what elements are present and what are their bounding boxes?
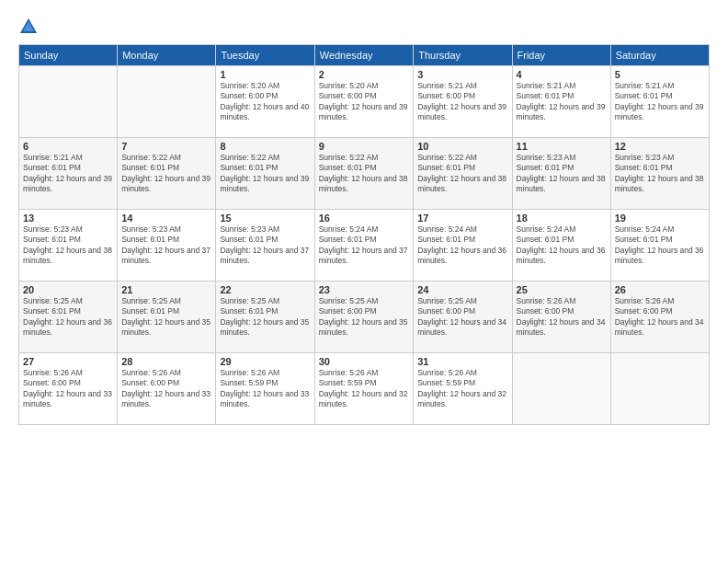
- day-number: 5: [615, 69, 705, 80]
- day-number: 28: [121, 356, 211, 367]
- calendar-cell: 10Sunrise: 5:22 AM Sunset: 6:01 PM Dayli…: [414, 138, 512, 210]
- calendar-cell: 4Sunrise: 5:21 AM Sunset: 6:01 PM Daylig…: [512, 66, 610, 138]
- weekday-thursday: Thursday: [414, 45, 512, 66]
- day-number: 26: [615, 284, 705, 295]
- day-info: Sunrise: 5:25 AM Sunset: 6:00 PM Dayligh…: [319, 296, 409, 339]
- day-info: Sunrise: 5:25 AM Sunset: 6:01 PM Dayligh…: [23, 296, 113, 339]
- day-number: 17: [417, 213, 507, 224]
- day-info: Sunrise: 5:22 AM Sunset: 6:01 PM Dayligh…: [220, 153, 310, 195]
- day-number: 2: [319, 69, 409, 80]
- calendar-cell: 30Sunrise: 5:26 AM Sunset: 5:59 PM Dayli…: [314, 353, 413, 425]
- day-number: 14: [121, 213, 211, 224]
- calendar-cell: 21Sunrise: 5:25 AM Sunset: 6:01 PM Dayli…: [118, 282, 216, 353]
- calendar-cell: 12Sunrise: 5:23 AM Sunset: 6:01 PM Dayli…: [610, 138, 709, 210]
- day-info: Sunrise: 5:22 AM Sunset: 6:01 PM Dayligh…: [121, 153, 211, 195]
- day-info: Sunrise: 5:21 AM Sunset: 6:01 PM Dayligh…: [517, 81, 607, 123]
- weekday-monday: Monday: [118, 45, 216, 66]
- day-info: Sunrise: 5:24 AM Sunset: 6:01 PM Dayligh…: [417, 224, 507, 267]
- day-info: Sunrise: 5:20 AM Sunset: 6:00 PM Dayligh…: [319, 81, 409, 123]
- day-info: Sunrise: 5:23 AM Sunset: 6:01 PM Dayligh…: [517, 153, 607, 195]
- day-number: 11: [517, 141, 607, 152]
- day-info: Sunrise: 5:21 AM Sunset: 6:01 PM Dayligh…: [615, 81, 705, 123]
- day-info: Sunrise: 5:26 AM Sunset: 6:00 PM Dayligh…: [23, 368, 113, 410]
- calendar-cell: 9Sunrise: 5:22 AM Sunset: 6:01 PM Daylig…: [314, 138, 413, 210]
- weekday-sunday: Sunday: [19, 45, 118, 66]
- day-number: 21: [121, 284, 211, 295]
- day-number: 7: [121, 141, 211, 152]
- day-info: Sunrise: 5:23 AM Sunset: 6:01 PM Dayligh…: [121, 224, 211, 267]
- day-number: 13: [23, 213, 113, 224]
- week-row-3: 13Sunrise: 5:23 AM Sunset: 6:01 PM Dayli…: [19, 210, 710, 282]
- weekday-saturday: Saturday: [610, 45, 709, 66]
- weekday-tuesday: Tuesday: [216, 45, 314, 66]
- calendar-cell: 11Sunrise: 5:23 AM Sunset: 6:01 PM Dayli…: [512, 138, 610, 210]
- day-number: 16: [319, 213, 409, 224]
- calendar-cell: 3Sunrise: 5:21 AM Sunset: 6:00 PM Daylig…: [414, 66, 512, 138]
- day-info: Sunrise: 5:26 AM Sunset: 5:59 PM Dayligh…: [220, 368, 310, 410]
- day-info: Sunrise: 5:25 AM Sunset: 6:01 PM Dayligh…: [121, 296, 211, 339]
- calendar-cell: 2Sunrise: 5:20 AM Sunset: 6:00 PM Daylig…: [314, 66, 413, 138]
- calendar-cell: 19Sunrise: 5:24 AM Sunset: 6:01 PM Dayli…: [610, 210, 709, 282]
- calendar-cell: [512, 353, 610, 425]
- day-number: 10: [417, 141, 507, 152]
- calendar-cell: 27Sunrise: 5:26 AM Sunset: 6:00 PM Dayli…: [19, 353, 118, 425]
- day-number: 12: [615, 141, 705, 152]
- calendar-cell: 8Sunrise: 5:22 AM Sunset: 6:01 PM Daylig…: [216, 138, 314, 210]
- day-info: Sunrise: 5:26 AM Sunset: 6:00 PM Dayligh…: [615, 296, 705, 339]
- calendar-cell: 15Sunrise: 5:23 AM Sunset: 6:01 PM Dayli…: [216, 210, 314, 282]
- calendar-cell: 26Sunrise: 5:26 AM Sunset: 6:00 PM Dayli…: [610, 282, 709, 353]
- day-number: 22: [220, 284, 310, 295]
- calendar-cell: 23Sunrise: 5:25 AM Sunset: 6:00 PM Dayli…: [314, 282, 413, 353]
- calendar-cell: [610, 353, 709, 425]
- weekday-wednesday: Wednesday: [314, 45, 413, 66]
- day-info: Sunrise: 5:20 AM Sunset: 6:00 PM Dayligh…: [220, 81, 310, 123]
- week-row-1: 1Sunrise: 5:20 AM Sunset: 6:00 PM Daylig…: [19, 66, 710, 138]
- calendar-cell: 31Sunrise: 5:26 AM Sunset: 5:59 PM Dayli…: [414, 353, 512, 425]
- calendar-cell: 1Sunrise: 5:20 AM Sunset: 6:00 PM Daylig…: [216, 66, 314, 138]
- day-info: Sunrise: 5:25 AM Sunset: 6:00 PM Dayligh…: [417, 296, 507, 339]
- day-number: 4: [517, 69, 607, 80]
- calendar-cell: 24Sunrise: 5:25 AM Sunset: 6:00 PM Dayli…: [414, 282, 512, 353]
- day-number: 30: [319, 356, 409, 367]
- day-number: 1: [220, 69, 310, 80]
- calendar-cell: 13Sunrise: 5:23 AM Sunset: 6:01 PM Dayli…: [19, 210, 118, 282]
- week-row-2: 6Sunrise: 5:21 AM Sunset: 6:01 PM Daylig…: [19, 138, 710, 210]
- day-number: 3: [417, 69, 507, 80]
- day-info: Sunrise: 5:24 AM Sunset: 6:01 PM Dayligh…: [319, 224, 409, 267]
- weekday-friday: Friday: [512, 45, 610, 66]
- day-info: Sunrise: 5:21 AM Sunset: 6:00 PM Dayligh…: [417, 81, 507, 123]
- calendar-cell: 14Sunrise: 5:23 AM Sunset: 6:01 PM Dayli…: [118, 210, 216, 282]
- day-info: Sunrise: 5:25 AM Sunset: 6:01 PM Dayligh…: [220, 296, 310, 339]
- day-info: Sunrise: 5:26 AM Sunset: 6:00 PM Dayligh…: [517, 296, 607, 339]
- logo-icon: [18, 17, 39, 37]
- day-number: 15: [220, 213, 310, 224]
- day-number: 23: [319, 284, 409, 295]
- day-info: Sunrise: 5:26 AM Sunset: 5:59 PM Dayligh…: [417, 368, 507, 410]
- week-row-5: 27Sunrise: 5:26 AM Sunset: 6:00 PM Dayli…: [19, 353, 710, 425]
- logo: [18, 17, 41, 37]
- day-number: 8: [220, 141, 310, 152]
- day-number: 29: [220, 356, 310, 367]
- day-info: Sunrise: 5:23 AM Sunset: 6:01 PM Dayligh…: [615, 153, 705, 195]
- calendar-cell: 5Sunrise: 5:21 AM Sunset: 6:01 PM Daylig…: [610, 66, 709, 138]
- calendar-cell: 22Sunrise: 5:25 AM Sunset: 6:01 PM Dayli…: [216, 282, 314, 353]
- day-info: Sunrise: 5:24 AM Sunset: 6:01 PM Dayligh…: [517, 224, 607, 267]
- day-number: 18: [517, 213, 607, 224]
- day-number: 19: [615, 213, 705, 224]
- calendar-cell: 25Sunrise: 5:26 AM Sunset: 6:00 PM Dayli…: [512, 282, 610, 353]
- day-number: 9: [319, 141, 409, 152]
- calendar-cell: 28Sunrise: 5:26 AM Sunset: 6:00 PM Dayli…: [118, 353, 216, 425]
- calendar-cell: [19, 66, 118, 138]
- page: SundayMondayTuesdayWednesdayThursdayFrid…: [0, 0, 728, 563]
- calendar-table: SundayMondayTuesdayWednesdayThursdayFrid…: [18, 44, 710, 425]
- week-row-4: 20Sunrise: 5:25 AM Sunset: 6:01 PM Dayli…: [19, 282, 710, 353]
- header: [18, 17, 710, 37]
- day-number: 20: [23, 284, 113, 295]
- day-number: 24: [417, 284, 507, 295]
- day-info: Sunrise: 5:24 AM Sunset: 6:01 PM Dayligh…: [615, 224, 705, 267]
- calendar-cell: 20Sunrise: 5:25 AM Sunset: 6:01 PM Dayli…: [19, 282, 118, 353]
- day-number: 6: [23, 141, 113, 152]
- weekday-header-row: SundayMondayTuesdayWednesdayThursdayFrid…: [19, 45, 710, 66]
- calendar-cell: 17Sunrise: 5:24 AM Sunset: 6:01 PM Dayli…: [414, 210, 512, 282]
- day-info: Sunrise: 5:22 AM Sunset: 6:01 PM Dayligh…: [417, 153, 507, 195]
